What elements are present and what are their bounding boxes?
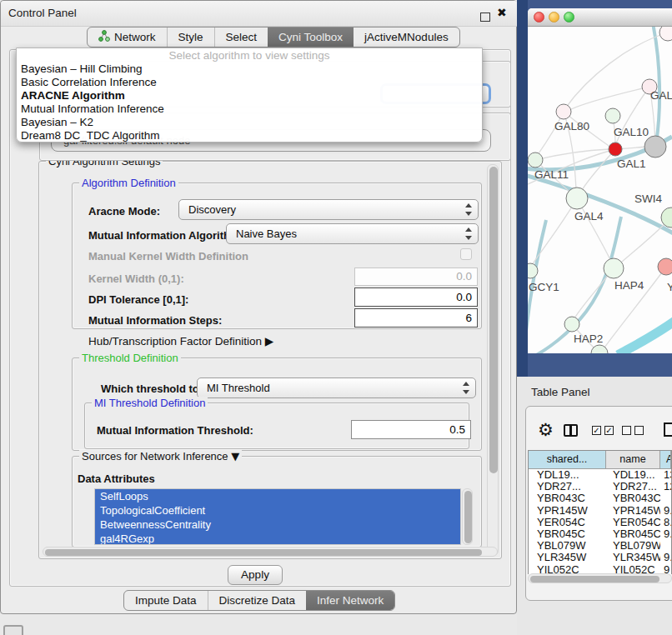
data-attribute-item[interactable]: SelfLoops xyxy=(95,489,460,503)
close-panel-icon[interactable]: ✖ xyxy=(497,6,507,19)
table-hscrollbar-track[interactable] xyxy=(528,573,672,583)
network-window-titlebar[interactable] xyxy=(528,8,672,27)
table-cell: 9. xyxy=(660,552,671,563)
table-row[interactable]: YDR27...YDR27...12 xyxy=(529,481,671,492)
which-threshold-combobox[interactable]: MI Threshold xyxy=(197,378,476,398)
tab-network[interactable]: Network xyxy=(88,28,167,47)
tab-discretize-data[interactable]: Discretize Data xyxy=(208,591,307,610)
column-header-shared-name[interactable]: shared... xyxy=(529,451,606,468)
table-row[interactable]: YBR045CYBR045C9. xyxy=(529,528,671,540)
table-cell: YLR345W xyxy=(529,552,606,563)
close-window-button[interactable] xyxy=(534,12,544,22)
network-node-gal1[interactable] xyxy=(609,142,622,156)
control-panel-titlebar[interactable]: Control Panel ✖ xyxy=(1,1,518,27)
minimized-panel-icon[interactable] xyxy=(3,625,23,635)
tab-infer-network[interactable]: Infer Network xyxy=(306,591,394,610)
float-window-icon[interactable] xyxy=(480,12,490,22)
network-node-gal11[interactable] xyxy=(528,152,543,168)
dpi-tolerance-field[interactable]: 0.0 xyxy=(354,288,478,307)
network-node-swi4[interactable] xyxy=(661,208,672,228)
checked-checkbox-icon[interactable]: ✓ xyxy=(604,426,614,435)
tab-network-label: Network xyxy=(114,31,156,43)
mi-threshold-field[interactable]: 0.5 xyxy=(351,420,471,439)
data-attribute-item[interactable]: TopologicalCoefficient xyxy=(95,503,460,518)
node-label: Y xyxy=(667,281,672,293)
network-node-gal4[interactable] xyxy=(566,188,588,209)
table-cell: YER054C xyxy=(529,517,606,528)
node-label: SWI4 xyxy=(634,192,662,205)
network-canvas[interactable]: GAL7GAL80GAL10GAL1GAL11GAL4SWI4GCY1HAP4Y… xyxy=(528,27,672,353)
algorithm-option[interactable]: Basic Correlation Inference xyxy=(17,76,482,89)
new-table-page-icon[interactable] xyxy=(664,422,672,437)
table-row[interactable]: YPR145WYPR145W9. xyxy=(529,505,671,517)
network-node-y[interactable] xyxy=(658,258,672,275)
table-cell xyxy=(660,492,671,504)
column-header-name[interactable]: name xyxy=(606,451,660,468)
apply-button[interactable]: Apply xyxy=(228,565,283,585)
aracne-mode-combobox[interactable]: Discovery xyxy=(178,199,479,220)
table-row[interactable]: YDL19...YDL19...13 xyxy=(529,469,671,481)
attributes-vscrollbar-track[interactable] xyxy=(462,488,473,545)
table-cell: YPR145W xyxy=(529,505,606,517)
table-row[interactable]: YBR043CYBR043C xyxy=(529,492,671,504)
hub-definition-toggle[interactable]: Hub/Transcription Factor Definition ▶ xyxy=(88,334,273,348)
algorithm-option[interactable]: Dream8 DC_TDC Algorithm xyxy=(17,129,482,142)
table-cell: YDR27... xyxy=(529,481,606,492)
zoom-window-button[interactable] xyxy=(564,12,574,22)
column-layout-icon[interactable] xyxy=(564,424,578,437)
unchecked-checkbox-icon[interactable] xyxy=(622,426,631,435)
settings-vscrollbar-thumb[interactable] xyxy=(489,167,498,473)
tab-cyni-toolbox[interactable]: Cyni Toolbox xyxy=(268,28,354,47)
table-row[interactable]: YER054CYER054C8. xyxy=(529,517,671,528)
mi-threshold-label: Mutual Information Threshold: xyxy=(97,424,253,437)
data-attribute-item[interactable]: gal4RGexp xyxy=(95,532,460,545)
table-settings-gear-icon[interactable]: ⚙ xyxy=(538,422,554,438)
network-desktop-edge xyxy=(517,0,528,377)
table-cell: 8. xyxy=(660,517,671,528)
table-cell: 12 xyxy=(660,481,671,492)
combo-down-arrow-icon xyxy=(463,390,469,394)
checked-checkbox-icon[interactable]: ✓ xyxy=(592,426,601,435)
control-panel-tabbar: Network Style Select Cyni Toolbox jActiv… xyxy=(87,27,460,48)
settings-vscrollbar-track[interactable] xyxy=(487,164,499,556)
network-node[interactable] xyxy=(659,27,672,41)
table-hscrollbar-thumb[interactable] xyxy=(530,576,659,582)
tab-select[interactable]: Select xyxy=(214,28,268,47)
settings-hscrollbar-track[interactable] xyxy=(43,547,498,557)
tab-impute-data[interactable]: Impute Data xyxy=(124,591,208,610)
table-cell: 9. xyxy=(660,528,671,540)
attributes-vscrollbar-thumb[interactable] xyxy=(464,491,472,543)
network-node[interactable] xyxy=(644,136,666,158)
table-cell: YBL079W xyxy=(606,540,660,552)
table-row[interactable]: YBL079WYBL079W xyxy=(529,540,671,552)
node-label: HAP4 xyxy=(614,279,644,292)
network-edge xyxy=(581,149,615,192)
control-panel-window: Control Panel ✖ Network Style Select Cyn… xyxy=(0,0,517,614)
kernel-width-field[interactable]: 0.0 xyxy=(354,268,478,286)
minimize-window-button[interactable] xyxy=(549,12,559,22)
settings-hscrollbar-thumb[interactable] xyxy=(45,549,482,556)
manual-kernel-width-label: Manual Kernel Width Definition xyxy=(88,250,248,262)
tab-jactivemnodules[interactable]: jActiveMNodules xyxy=(354,28,459,47)
algorithm-option[interactable]: Bayesian – K2 xyxy=(17,116,482,129)
table-row[interactable]: YLR345WYLR345W9. xyxy=(529,552,671,563)
algorithm-popup-list: Bayesian – Hill ClimbingBasic Correlatio… xyxy=(17,62,482,142)
network-node-gal10[interactable] xyxy=(605,108,620,123)
node-table: shared... name A YDL19...YDL19...13YDR27… xyxy=(528,450,672,574)
mi-steps-field[interactable]: 6 xyxy=(354,308,478,328)
algorithm-option[interactable]: Mutual Information Inference xyxy=(17,102,482,116)
tab-style[interactable]: Style xyxy=(167,28,214,47)
network-node-hap4[interactable] xyxy=(604,258,624,278)
table-cell: YDL19... xyxy=(529,469,606,481)
sources-title[interactable]: Sources for Network Inference ▼ xyxy=(79,450,242,462)
algorithm-option[interactable]: Bayesian – Hill Climbing xyxy=(17,62,482,76)
column-header-partial[interactable]: A xyxy=(660,451,671,468)
data-attribute-item[interactable]: BetweennessCentrality xyxy=(95,518,460,532)
network-node-gal80[interactable] xyxy=(556,104,571,119)
network-node-hap2[interactable] xyxy=(564,317,579,332)
mi-algorithm-type-combobox[interactable]: Naive Bayes xyxy=(226,223,479,244)
combo-up-arrow-icon xyxy=(465,203,472,208)
unchecked-checkbox-icon[interactable] xyxy=(634,426,644,435)
manual-kernel-width-checkbox[interactable] xyxy=(460,248,472,260)
algorithm-option[interactable]: ARACNE Algorithm xyxy=(17,89,482,102)
